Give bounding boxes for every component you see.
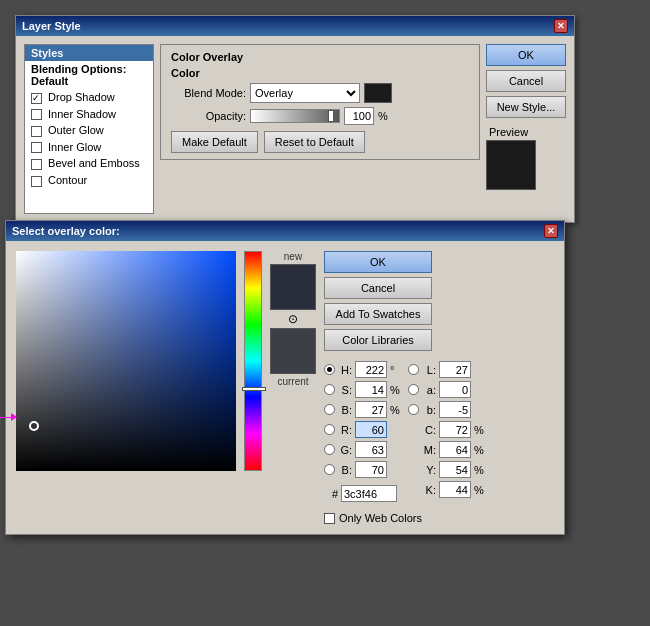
y-label: Y:	[422, 464, 436, 476]
m-label: M:	[422, 444, 436, 456]
k-input[interactable]	[439, 481, 471, 498]
a-input[interactable]	[439, 381, 471, 398]
b-input[interactable]	[355, 401, 387, 418]
arrow-head	[11, 413, 17, 421]
sidebar-item-inner-shadow[interactable]: Inner Shadow	[25, 106, 153, 123]
contour-checkbox[interactable]	[31, 176, 42, 187]
contour-label: Contour	[48, 174, 87, 186]
b2-label: B:	[338, 464, 352, 476]
layer-style-title: Layer Style	[22, 20, 81, 32]
y-input[interactable]	[439, 461, 471, 478]
color-libraries-button[interactable]: Color Libraries	[324, 329, 432, 351]
hex-row: #	[324, 485, 398, 502]
spectrum-thumb	[242, 387, 266, 391]
gradient-cursor	[29, 421, 39, 431]
add-to-swatches-button[interactable]: Add To Swatches	[324, 303, 432, 325]
blend-mode-select[interactable]: Overlay	[250, 83, 360, 103]
reset-to-default-button[interactable]: Reset to Default	[264, 131, 365, 153]
color-picker-body: new ⊙ current OK Cancel Add To Swatches …	[6, 241, 564, 534]
s-unit: %	[390, 384, 398, 396]
s-radio[interactable]	[324, 384, 335, 395]
opacity-unit: %	[378, 110, 388, 122]
b-radio[interactable]	[324, 404, 335, 415]
color-label: Color	[171, 67, 469, 79]
layer-style-body: Styles Blending Options: Default Drop Sh…	[16, 36, 574, 222]
preview-swatch	[486, 140, 536, 190]
bevel-emboss-checkbox[interactable]	[31, 159, 42, 170]
color-picker-ok-button[interactable]: OK	[324, 251, 432, 273]
r-radio[interactable]	[324, 424, 335, 435]
b3-input[interactable]	[439, 401, 471, 418]
a-row: a:	[408, 381, 482, 398]
swatch-column: new ⊙ current	[270, 251, 316, 524]
b-row: B: %	[324, 401, 398, 418]
inner-shadow-checkbox[interactable]	[31, 109, 42, 120]
color-col-left: H: ° S: % B: %	[324, 361, 398, 502]
preview-checkbox-row: Preview	[486, 126, 528, 138]
drop-shadow-checkbox[interactable]	[31, 93, 42, 104]
layer-style-ok-button[interactable]: OK	[486, 44, 566, 66]
color-picker-right: OK Cancel Add To Swatches Color Librarie…	[324, 251, 482, 524]
b-unit: %	[390, 404, 398, 416]
k-label: K:	[422, 484, 436, 496]
only-web-checkbox[interactable]	[324, 513, 335, 524]
opacity-input[interactable]	[344, 107, 374, 125]
inner-glow-label: Inner Glow	[48, 141, 101, 153]
opacity-thumb	[328, 110, 334, 122]
c-label: C:	[422, 424, 436, 436]
sidebar-item-inner-glow[interactable]: Inner Glow	[25, 139, 153, 156]
only-web-row: Only Web Colors	[324, 512, 482, 524]
hex-input[interactable]	[341, 485, 397, 502]
sidebar-blending-label: Blending Options: Default	[31, 63, 126, 87]
l-radio[interactable]	[408, 364, 419, 375]
k-row: K: %	[408, 481, 482, 498]
new-style-button[interactable]: New Style...	[486, 96, 566, 118]
sidebar-styles-label: Styles	[31, 47, 63, 59]
bevel-emboss-label: Bevel and Emboss	[48, 157, 140, 169]
new-color-swatch[interactable]	[270, 264, 316, 310]
current-color-swatch[interactable]	[270, 328, 316, 374]
h-input[interactable]	[355, 361, 387, 378]
color-picker-cancel-button[interactable]: Cancel	[324, 277, 432, 299]
c-input[interactable]	[439, 421, 471, 438]
a-label: a:	[422, 384, 436, 396]
color-overlay-section: Color Overlay Color Blend Mode: Overlay …	[160, 44, 480, 160]
eyedropper-icon[interactable]: ⊙	[286, 312, 300, 326]
color-gradient-area[interactable]	[16, 251, 236, 471]
sidebar-item-outer-glow[interactable]: Outer Glow	[25, 122, 153, 139]
y-unit: %	[474, 464, 482, 476]
layer-style-cancel-button[interactable]: Cancel	[486, 70, 566, 92]
a-radio[interactable]	[408, 384, 419, 395]
sidebar-item-bevel-emboss[interactable]: Bevel and Emboss	[25, 155, 153, 172]
make-default-button[interactable]: Make Default	[171, 131, 258, 153]
b2-input[interactable]	[355, 461, 387, 478]
layer-style-close-button[interactable]: ✕	[554, 19, 568, 33]
b2-row: B:	[324, 461, 398, 478]
inner-glow-checkbox[interactable]	[31, 142, 42, 153]
sidebar-item-blending-options[interactable]: Blending Options: Default	[25, 61, 153, 89]
r-label: R:	[338, 424, 352, 436]
g-radio[interactable]	[324, 444, 335, 455]
m-input[interactable]	[439, 441, 471, 458]
color-overlay-swatch[interactable]	[364, 83, 392, 103]
sidebar-styles-header[interactable]: Styles	[25, 45, 153, 61]
s-input[interactable]	[355, 381, 387, 398]
g-input[interactable]	[355, 441, 387, 458]
spectrum-bar[interactable]	[244, 251, 262, 471]
cp-buttons: OK Cancel Add To Swatches Color Librarie…	[324, 251, 482, 351]
color-picker-close-button[interactable]: ✕	[544, 224, 558, 238]
outer-glow-checkbox[interactable]	[31, 126, 42, 137]
layer-style-main: Color Overlay Color Blend Mode: Overlay …	[160, 44, 480, 214]
h-radio[interactable]	[324, 364, 335, 375]
current-label: current	[277, 376, 308, 387]
b2-radio[interactable]	[324, 464, 335, 475]
color-inputs: H: ° S: % B: %	[324, 361, 482, 502]
b3-label: b:	[422, 404, 436, 416]
sidebar-item-contour[interactable]: Contour	[25, 172, 153, 189]
section-title: Color Overlay	[171, 51, 469, 63]
b3-radio[interactable]	[408, 404, 419, 415]
l-input[interactable]	[439, 361, 471, 378]
opacity-slider[interactable]	[250, 109, 340, 123]
sidebar-item-drop-shadow[interactable]: Drop Shadow	[25, 89, 153, 106]
r-input[interactable]	[355, 421, 387, 438]
